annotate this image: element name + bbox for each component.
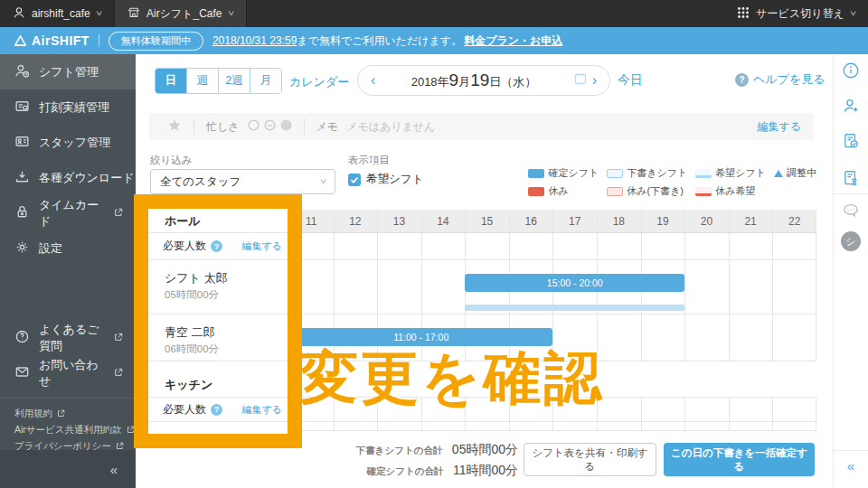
bulk-confirm-button[interactable]: この日の下書きを一括確定する <box>664 443 815 476</box>
confirmed-total-label: 確定シフトの合計 <box>366 465 443 476</box>
sidebar-item-label: タイムカード <box>39 197 105 230</box>
shift-bar-confirmed[interactable]: 11:00 - 17:00 <box>289 328 552 346</box>
trial-deadline: 2018/10/31 23:59 <box>212 34 297 47</box>
staff-filter-value: 全てのスタッフ <box>160 174 241 190</box>
wish-checkbox-label: 希望シフト <box>366 172 423 187</box>
calendar-icon[interactable] <box>574 72 587 89</box>
sidebar-item-label: よくあるご質問 <box>39 322 105 354</box>
terms-link[interactable]: 利用規約 <box>14 406 136 422</box>
staff-shift-track[interactable]: 15:00 - 20:00 <box>289 260 816 314</box>
tab-month[interactable]: 月 <box>250 69 281 93</box>
edit-day-info-link[interactable]: 編集する <box>757 119 801 135</box>
trial-banner: AirSHIFT 無料体験期間中 2018/10/31 23:59まで無料でご利… <box>0 27 868 54</box>
tab-2week[interactable]: 2週 <box>218 69 250 93</box>
help-link[interactable]: ? ヘルプを見る <box>735 71 826 88</box>
sidebar: シフト管理 打刻実績管理 スタッフ管理 各種ダウンロード タイムカード 設定 よ… <box>0 54 136 488</box>
section-title: ホール <box>149 214 201 228</box>
legend-adjusting: 調整中 <box>774 166 816 180</box>
service-switch-menu[interactable]: サービス切り替え ˅ <box>724 0 868 27</box>
rail-collapse-button[interactable]: « <box>847 458 854 474</box>
busy-level-2-icon <box>264 119 276 134</box>
info-icon[interactable] <box>842 61 860 83</box>
off-wish-swatch-icon <box>695 187 712 196</box>
wish-shift-bar[interactable] <box>465 305 684 311</box>
hour-tick: 20 <box>684 210 729 232</box>
air-terms-link[interactable]: Airサービス共通利用約款 <box>14 422 136 438</box>
sidebar-support-group: よくあるご質問 お問い合わせ <box>0 320 136 390</box>
add-staff-icon[interactable] <box>842 97 860 118</box>
next-day-button[interactable]: › <box>592 73 597 88</box>
chevron-down-icon: ˅ <box>850 9 856 18</box>
sidebar-item-label: 打刻実績管理 <box>39 99 109 116</box>
hour-tick: 19 <box>641 210 685 232</box>
sidebar-collapse-button[interactable]: « <box>0 450 136 488</box>
document-check-icon[interactable] <box>842 132 860 154</box>
lock-icon <box>14 204 30 222</box>
draft-total-value: 05時間00分 <box>452 442 518 456</box>
date-navigator: ‹ 2018年9月19日（水） › <box>357 65 610 96</box>
view-tabs: 日 週 2週 月 <box>155 68 282 94</box>
hour-tick: 13 <box>377 210 421 232</box>
busy-level-3-icon <box>280 119 292 134</box>
product-tab[interactable]: Airシフト_Cafe ˅ <box>114 0 247 27</box>
trial-message: 2018/10/31 23:59まで無料でご利用いただけます。料金プラン・お申込 <box>212 33 562 49</box>
sidebar-divider <box>0 398 136 399</box>
hall-required-grid[interactable] <box>289 233 816 260</box>
shift-bar-confirmed[interactable]: 15:00 - 20:00 <box>465 274 684 292</box>
checkbox-checked-icon <box>348 174 361 186</box>
punch-clock-icon <box>14 99 30 117</box>
hour-tick: 14 <box>421 210 466 232</box>
sidebar-item-shift-management[interactable]: シフト管理 <box>0 54 136 89</box>
right-rail: シ « <box>833 54 868 488</box>
sidebar-item-contact[interactable]: お問い合わせ <box>0 355 136 390</box>
chat-bubble-icon[interactable] <box>842 202 860 223</box>
adjusting-triangle-icon <box>774 170 783 177</box>
chevron-down-icon: ˅ <box>320 177 326 186</box>
wish-shift-checkbox[interactable]: 希望シフト <box>348 172 423 187</box>
sidebar-item-label: お問い合わせ <box>39 357 105 389</box>
sidebar-item-label: 各種ダウンロード <box>39 170 135 186</box>
external-link-icon <box>114 206 123 220</box>
hour-tick: 15 <box>465 210 509 232</box>
calendar-link[interactable]: カレンダー <box>289 74 349 90</box>
staff-filter-select[interactable]: 全てのスタッフ ˅ <box>150 169 335 194</box>
required-label: 必要人数 <box>163 239 206 254</box>
sidebar-item-downloads[interactable]: 各種ダウンロード <box>0 160 136 195</box>
favorite-star-icon[interactable] <box>167 118 182 136</box>
sidebar-item-label: スタッフ管理 <box>39 135 110 151</box>
kitchen-required-row: 必要人数 ? 編集する <box>149 398 289 422</box>
kitchen-required-grid[interactable] <box>289 398 816 422</box>
help-icon[interactable]: ? <box>211 240 222 252</box>
staff-shift-track[interactable]: 11:00 - 17:00 <box>289 314 816 361</box>
sidebar-item-settings[interactable]: 設定 <box>0 230 136 266</box>
id-card-icon <box>14 134 30 152</box>
sidebar-item-punch-records[interactable]: 打刻実績管理 <box>0 89 136 125</box>
divider <box>304 118 305 135</box>
top-bar: airshift_cafe ˅ Airシフト_Cafe ˅ サービス切り替え ˅ <box>0 0 868 27</box>
external-link-icon <box>114 366 123 380</box>
sidebar-item-faq[interactable]: よくあるご質問 <box>0 320 136 355</box>
grid-apps-icon <box>737 6 750 22</box>
service-switch-label: サービス切り替え <box>756 6 844 22</box>
sidebar-item-timecard[interactable]: タイムカード <box>0 195 136 230</box>
help-icon[interactable]: ? <box>211 404 222 416</box>
shift-totals: 下書きシフトの合計 05時間00分 確定シフトの合計 11時間00分 <box>356 441 518 483</box>
account-menu[interactable]: airshift_cafe ˅ <box>0 0 114 27</box>
plan-link[interactable]: 料金プラン・お申込 <box>464 34 562 47</box>
edit-required-link[interactable]: 編集する <box>241 239 282 253</box>
tab-day[interactable]: 日 <box>156 69 186 93</box>
share-print-button[interactable]: シフト表を共有・印刷する <box>524 443 656 476</box>
today-link[interactable]: 今日 <box>618 72 643 89</box>
staff-name: 青空 二郎 <box>149 314 289 341</box>
edit-required-link[interactable]: 編集する <box>241 403 282 417</box>
sidebar-item-label: シフト管理 <box>39 64 99 80</box>
avatar[interactable]: シ <box>841 231 861 251</box>
external-link-icon <box>127 425 135 436</box>
staff-row-label[interactable]: シフト 太郎 05時間00分 <box>149 260 289 314</box>
staff-row-label[interactable]: 青空 二郎 06時間00分 <box>149 314 289 361</box>
document-pending-icon[interactable] <box>842 169 860 191</box>
tab-week[interactable]: 週 <box>186 69 218 93</box>
sidebar-item-staff-management[interactable]: スタッフ管理 <box>0 125 136 160</box>
hour-axis: 11 12 13 14 15 16 17 18 19 20 21 22 <box>289 210 816 233</box>
draft-total-label: 下書きシフトの合計 <box>356 445 443 455</box>
